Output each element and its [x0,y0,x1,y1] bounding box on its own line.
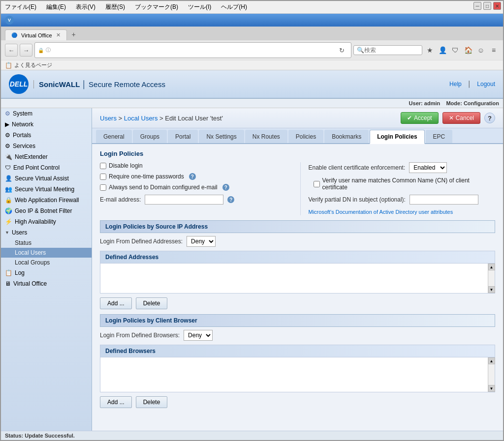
shield-icon[interactable]: 🛡 [450,45,461,56]
email-input[interactable] [145,195,223,205]
sidebar-item-virtual-office[interactable]: 🖥 Virtual Office [1,278,92,289]
profile-icon[interactable]: 👤 [437,45,448,56]
browsers-scroll-down-icon[interactable]: ▼ [488,385,495,392]
new-tab-button[interactable]: + [68,29,80,40]
login-from-addresses-select[interactable]: Deny Allow [187,236,216,247]
disable-login-label[interactable]: Disable login [100,162,143,169]
help-button[interactable]: ? [484,113,495,123]
accept-button[interactable]: ✔ Accept [401,112,439,124]
page-actions: ✔ Accept ✕ Cancel ? [401,112,495,124]
scroll-up-icon[interactable]: ▲ [488,264,495,270]
breadcrumb-users[interactable]: Users [100,115,117,122]
disable-login-checkbox[interactable] [100,163,106,169]
system-icon: ⚙ [5,110,10,117]
sidebar-item-geoip[interactable]: 🌍 Geo IP & Botnet Filter [1,206,92,216]
scroll-down-icon[interactable]: ▼ [488,286,495,293]
tab-login-policies[interactable]: Login Policies [370,130,424,144]
url-icon: ⓘ [46,47,51,54]
defined-browsers-body: ▲ ▼ [100,357,495,392]
scrollbar-track[interactable] [489,270,495,286]
sidebar-item-log[interactable]: 📋 Log [1,267,92,278]
sidebar-item-svm[interactable]: 👥 Secure Virtual Meeting [1,184,92,195]
menu-icon[interactable]: ≡ [488,45,499,56]
maximize-button[interactable]: □ [483,2,491,10]
forward-button[interactable]: → [20,44,32,57]
require-otp-checkbox[interactable] [100,174,106,180]
help-link[interactable]: Help [449,81,462,88]
send-domain-help-icon[interactable]: ? [222,184,229,191]
menu-help[interactable]: ヘルプ(H) [219,2,249,12]
sidebar-subitem-local-users[interactable]: Local Users [1,248,92,258]
delete-browser-button[interactable]: Delete [136,396,168,408]
menu-tools[interactable]: ツール(I) [186,2,213,12]
tab-policies[interactable]: Policies [288,130,323,143]
bookmarks-label: よく見るページ [14,61,52,69]
sidebar-item-waf[interactable]: 🔒 Web Application Firewall [1,195,92,206]
addresses-scrollbar[interactable]: ▲ ▼ [488,264,495,293]
smile-icon[interactable]: ☺ [475,45,486,56]
tab-nx-routes[interactable]: Nx Routes [245,130,287,143]
close-button[interactable]: ✕ [493,2,501,10]
menu-view[interactable]: 表示(V) [74,2,97,12]
sidebar-item-network[interactable]: ▶ Network [1,119,92,130]
breadcrumb-local-users[interactable]: Local Users [124,115,158,122]
right-col: Enable client certificate enforcement: E… [300,162,496,215]
tab-epc[interactable]: EPC [426,130,453,143]
search-input[interactable] [364,47,419,54]
star-icon[interactable]: ★ [424,45,435,56]
tab-bookmarks[interactable]: Bookmarks [324,130,369,143]
ms-docs-link[interactable]: Microsoft's Documentation of Active Dire… [309,209,453,215]
tab-groups[interactable]: Groups [133,130,167,143]
sidebar-item-portals[interactable]: ⚙ Portals [1,130,92,141]
require-otp-label[interactable]: Require one-time passwords [100,173,184,180]
menu-bookmarks[interactable]: ブックマーク(B) [133,2,180,12]
verify-dn-input[interactable] [410,195,478,205]
minimize-button[interactable]: ─ [473,2,481,10]
browsers-btn-row: Add ... Delete [100,396,495,408]
sidebar-subitem-local-groups[interactable]: Local Groups [1,258,92,267]
sidebar-item-ha[interactable]: ⚡ High Availability [1,216,92,227]
client-cert-select[interactable]: Enabled Disabled [409,162,447,173]
sidebar-item-users[interactable]: ▼ Users [1,227,92,238]
menu-history[interactable]: 履歴(S) [103,2,127,12]
search-bar[interactable]: 🔍 [353,45,422,55]
sidebar-item-label-system: System [13,110,32,117]
sidebar-item-endpoint[interactable]: 🛡 End Point Control [1,162,92,173]
tab-general[interactable]: General [96,130,132,143]
sidebar-item-services[interactable]: ⚙ Services [1,141,92,151]
verify-cn-checkbox[interactable] [314,181,320,187]
tab-close-icon[interactable]: ✕ [56,32,61,38]
browsers-scroll-up-icon[interactable]: ▲ [488,357,495,364]
require-otp-row: Require one-time passwords ? [100,173,295,180]
menu-file[interactable]: ファイル(E) [3,2,38,12]
verify-cn-label[interactable]: Verify user name matches Common Name (CN… [314,177,488,191]
always-send-label[interactable]: Always send to Domain configured e-mail [100,184,218,191]
sidebar-item-netextender[interactable]: 🔌 NetExtender [1,151,92,162]
browser-tab-active[interactable]: 🔵 Virtual Office ✕ [5,29,67,40]
delete-address-button[interactable]: Delete [136,297,168,309]
tab-nx-settings[interactable]: Nx Settings [199,130,244,143]
refresh-button[interactable]: ↻ [335,44,348,57]
add-browser-button[interactable]: Add ... [100,396,132,408]
address-input[interactable]: https://192.168.100.77/cgi-bin/managemen… [53,47,333,54]
home-icon[interactable]: 🏠 [463,45,473,56]
bookmarks-icon: 📋 [5,62,12,69]
add-address-button[interactable]: Add ... [100,297,132,309]
login-from-browsers-select[interactable]: Deny Allow [184,330,213,341]
tab-portal[interactable]: Portal [168,130,198,143]
sidebar-subitem-status[interactable]: Status [1,238,92,248]
browsers-scrollbar-track[interactable] [489,364,495,385]
sidebar-item-sva[interactable]: 👤 Secure Virtual Assist [1,173,92,184]
menu-edit[interactable]: 編集(E) [44,2,68,12]
sidebar-item-system[interactable]: ⚙ System [1,108,92,119]
endpoint-icon: 🛡 [5,164,11,171]
browsers-scrollbar[interactable]: ▲ ▼ [488,357,495,392]
otp-help-icon[interactable]: ? [189,173,196,180]
back-button[interactable]: ← [5,44,18,57]
defined-addresses-section: Defined Addresses ▲ ▼ [100,251,495,294]
address-bar[interactable]: 🔒 ⓘ https://192.168.100.77/cgi-bin/manag… [34,42,351,58]
email-help-icon[interactable]: ? [227,196,234,203]
logout-link[interactable]: Logout [477,81,495,88]
cancel-button[interactable]: ✕ Cancel [442,112,480,124]
always-send-checkbox[interactable] [100,184,106,191]
